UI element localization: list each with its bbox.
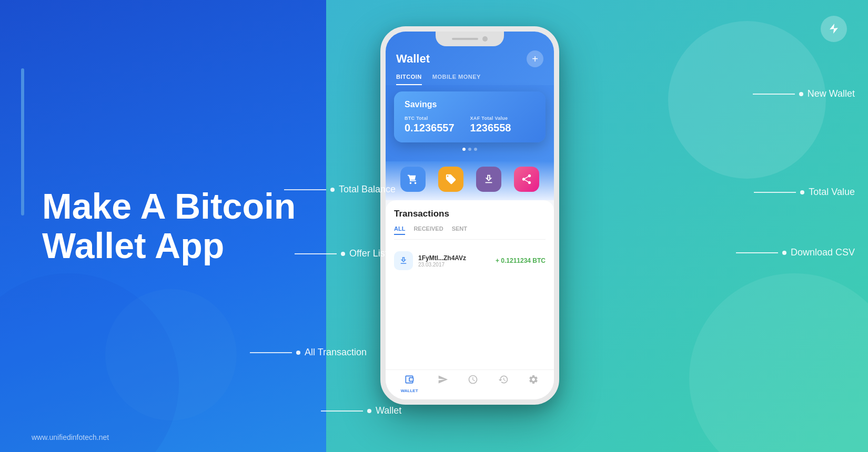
wallet-bottom-dot xyxy=(367,409,371,413)
card-pagination-dots xyxy=(394,148,546,151)
wallet-nav-icon xyxy=(404,374,415,387)
main-title: Make A Bitcoin Wallet App xyxy=(42,187,326,265)
circle-decoration-br xyxy=(689,273,868,452)
circle-decoration-tr xyxy=(668,21,826,179)
left-border-decoration xyxy=(21,68,24,215)
savings-card: Savings BTC Total 0.1236557 XAF Total Va… xyxy=(394,91,546,142)
tx-icon xyxy=(394,251,413,270)
xaf-label: XAF Total Value xyxy=(470,116,511,121)
wallet-tabs: BITCOIN MOBILE MONEY xyxy=(396,74,543,85)
wallet-nav-label: WALLET xyxy=(401,388,418,393)
total-value-label: Total Value xyxy=(809,187,855,198)
phone-mockup: Wallet + BITCOIN MOBILE MONEY Savings BT… xyxy=(380,26,559,405)
annotation-total-balance: Total Balance xyxy=(284,184,396,195)
tx-date: 23.03.2017 xyxy=(418,262,490,268)
settings-nav-icon xyxy=(528,374,539,387)
offer-list-dot xyxy=(341,252,345,256)
offer-list-button[interactable] xyxy=(400,167,426,192)
transactions-title: Transactions xyxy=(394,209,546,219)
nav-clock[interactable] xyxy=(468,374,478,393)
history-nav-icon xyxy=(498,374,509,387)
annotation-offer-list: Offer List xyxy=(295,248,388,259)
add-wallet-button[interactable]: + xyxy=(527,50,543,67)
tag-button[interactable] xyxy=(438,167,463,192)
nav-settings[interactable] xyxy=(528,374,539,393)
dot-2 xyxy=(468,148,471,151)
clock-nav-icon xyxy=(468,374,478,387)
all-transaction-dot xyxy=(296,351,300,355)
new-wallet-dot xyxy=(799,92,803,96)
tab-mobile-money[interactable]: MOBILE MONEY xyxy=(432,74,481,85)
download-csv-label: Download CSV xyxy=(791,247,855,258)
header-row: Wallet + xyxy=(396,50,543,67)
notch-bar xyxy=(452,38,478,40)
actions-section xyxy=(386,161,554,200)
total-balance-line xyxy=(284,189,326,190)
savings-title: Savings xyxy=(405,100,535,109)
annotation-wallet: Wallet xyxy=(321,405,401,416)
left-section: Make A Bitcoin Wallet App www.unifiedinf… xyxy=(0,0,326,452)
offer-list-label: Offer List xyxy=(349,248,388,259)
annotation-all-transaction: All Transaction xyxy=(250,347,367,358)
btc-label: BTC Total xyxy=(405,116,455,121)
dot-3 xyxy=(474,148,477,151)
tab-sent[interactable]: SENT xyxy=(452,225,467,235)
total-balance-label: Total Balance xyxy=(339,184,396,195)
new-wallet-line xyxy=(753,94,795,95)
annotation-total-value: Total Value xyxy=(754,187,855,198)
all-transaction-label: All Transaction xyxy=(305,347,367,358)
bottom-navigation: WALLET xyxy=(386,369,554,399)
wallet-bottom-line xyxy=(321,410,363,412)
total-balance-dot xyxy=(330,188,335,192)
app-header-title: Wallet xyxy=(396,52,430,66)
nav-history[interactable] xyxy=(498,374,509,393)
circle-decoration-2 xyxy=(105,289,237,420)
wallet-bottom-label: Wallet xyxy=(376,405,401,416)
btc-value: 0.1236557 xyxy=(405,122,455,133)
card-section: Savings BTC Total 0.1236557 XAF Total Va… xyxy=(386,85,554,161)
offer-list-line xyxy=(295,253,337,254)
website-label: www.unifiedinfotech.net xyxy=(32,433,109,441)
total-value-dot xyxy=(800,190,804,194)
transactions-section: Transactions ALL RECEIVED SENT 1FyMtl...… xyxy=(386,200,554,369)
xaf-total-col: XAF Total Value 1236558 xyxy=(470,116,511,134)
send-nav-icon xyxy=(438,374,448,387)
tx-amount: + 0.1211234 BTC xyxy=(496,257,546,264)
new-wallet-label: New Wallet xyxy=(808,88,855,99)
share-button[interactable] xyxy=(514,167,539,192)
tab-bitcoin[interactable]: BITCOIN xyxy=(396,74,422,85)
transaction-item: 1FyMtl...Zh4AVz 23.03.2017 + 0.1211234 B… xyxy=(394,247,546,274)
download-csv-line xyxy=(736,252,778,253)
receive-button[interactable] xyxy=(476,167,501,192)
tx-info: 1FyMtl...Zh4AVz 23.03.2017 xyxy=(418,254,490,268)
savings-values: BTC Total 0.1236557 XAF Total Value 1236… xyxy=(405,116,535,134)
annotation-new-wallet: New Wallet xyxy=(753,88,855,99)
download-csv-dot xyxy=(782,251,786,255)
phone-screen: Wallet + BITCOIN MOBILE MONEY Savings BT… xyxy=(386,32,554,399)
transaction-tabs: ALL RECEIVED SENT xyxy=(394,225,546,240)
notch-camera xyxy=(482,36,488,42)
tab-received[interactable]: RECEIVED xyxy=(413,225,443,235)
total-value-line xyxy=(754,192,796,193)
tab-all[interactable]: ALL xyxy=(394,225,405,235)
phone-notch xyxy=(436,32,504,46)
btc-total-col: BTC Total 0.1236557 xyxy=(405,116,455,134)
annotation-download-csv: Download CSV xyxy=(736,247,855,258)
tx-address: 1FyMtl...Zh4AVz xyxy=(418,254,490,262)
nav-send[interactable] xyxy=(438,374,448,393)
all-transaction-line xyxy=(250,352,292,353)
phone-shell: Wallet + BITCOIN MOBILE MONEY Savings BT… xyxy=(380,26,559,405)
brand-icon xyxy=(821,16,847,42)
dot-1 xyxy=(462,148,466,151)
xaf-value: 1236558 xyxy=(470,122,511,133)
nav-wallet[interactable]: WALLET xyxy=(401,374,418,393)
